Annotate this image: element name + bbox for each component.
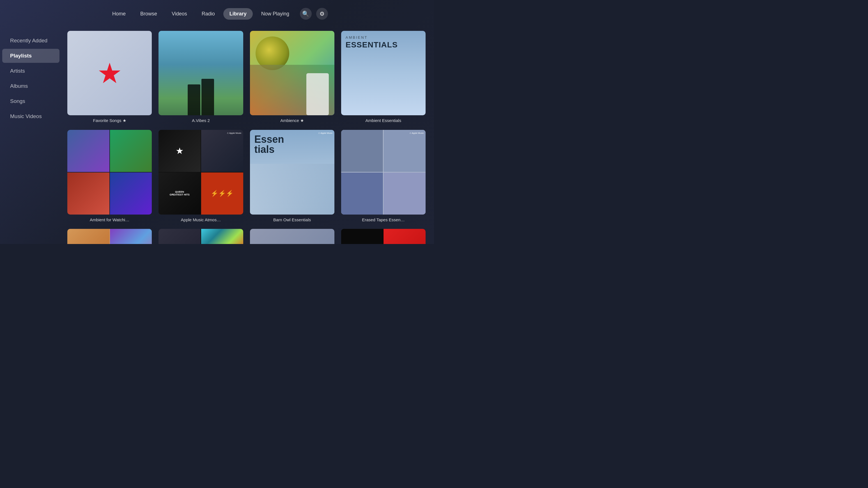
sidebar-item-artists[interactable]: Artists [2, 64, 60, 78]
playlist-card-harry[interactable]: ★ [67, 229, 152, 244]
artwork-atmos: ♫ Apple Music ★ QUEENGREATEST HITS ⚡⚡⚡ [158, 130, 243, 214]
playlist-row-3: ★ ♪ [67, 229, 426, 244]
artwork-ambient-watching [67, 130, 152, 214]
apple-music-logo-icon: ♫ [227, 132, 229, 134]
artwork-barn-owl: ♫ Apple Music Essentials [250, 130, 334, 214]
barn-owl-figure [250, 164, 334, 215]
nav-home[interactable]: Home [106, 8, 132, 20]
barn-owl-logo-icon: ♫ [318, 132, 320, 134]
barn-owl-apple-text: Apple Music [320, 132, 333, 134]
nav-now-playing[interactable]: Now Playing [255, 8, 296, 20]
erased-apple-badge: ♫ Apple Music [409, 132, 424, 134]
nav-radio[interactable]: Radio [195, 8, 221, 20]
artwork-ambience [250, 31, 334, 115]
artwork-erased-tapes: ♫ Apple Music [341, 130, 426, 214]
playlist-card-favorite-songs[interactable]: ★ Favorite Songs ★ [67, 31, 152, 123]
nav-browse[interactable]: Browse [134, 8, 163, 20]
main-content: Recently Added Playlists Artists Albums … [0, 28, 434, 244]
settings-icon[interactable]: ⚙ [316, 8, 328, 20]
playlist-label-ambience: Ambience ★ [250, 118, 334, 123]
sidebar: Recently Added Playlists Artists Albums … [0, 28, 62, 244]
playlist-label-avibes2: A.Vibes 2 [158, 118, 243, 123]
sidebar-item-playlists[interactable]: Playlists [2, 49, 60, 63]
playlist-grid: ★ Favorite Songs ★ A.Vibes 2 [62, 28, 434, 244]
dark-tr: ✦ [383, 229, 426, 244]
playlist-card-ambience[interactable]: Ambience ★ [250, 31, 334, 123]
harry-tl: ★ [67, 229, 110, 244]
mosaic-cell-1 [67, 130, 110, 172]
barn-owl-essentials-text: Essentials [254, 134, 284, 155]
apple-music-badge: ♫ Apple Music [227, 132, 241, 134]
playlist-card-shawn[interactable] [158, 229, 243, 244]
playlist-card-ambient-watching[interactable]: Ambient for Watchi… [67, 130, 152, 222]
erased-cell-1 [341, 130, 383, 172]
sidebar-item-albums[interactable]: Albums [2, 79, 60, 93]
nav-videos[interactable]: Videos [165, 8, 193, 20]
artwork-music-note: ♪ [250, 229, 334, 244]
erased-cell-3 [341, 172, 383, 215]
nav-bar: Home Browse Videos Radio Library Now Pla… [0, 8, 434, 20]
playlist-label-atmos: Apple Music Atmos… [158, 217, 243, 222]
playlist-label-barn-owl: Barn Owl Essentials [250, 217, 334, 222]
playlist-card-avibes2[interactable]: A.Vibes 2 [158, 31, 243, 123]
shawn-tl [158, 229, 200, 244]
erased-cell-4 [383, 172, 426, 215]
sidebar-item-songs[interactable]: Songs [2, 94, 60, 108]
artwork-harry: ★ [67, 229, 152, 244]
artwork-dark-collage: ✦ [341, 229, 426, 244]
dark-tl [341, 229, 383, 244]
playlist-card-erased-tapes[interactable]: ♫ Apple Music Erased Tapes Essen… [341, 130, 426, 222]
playlist-row-1: ★ Favorite Songs ★ A.Vibes 2 [67, 31, 426, 123]
avibes-figures [188, 79, 214, 115]
playlist-card-barn-owl[interactable]: ♫ Apple Music Essentials Barn Owl Essent… [250, 130, 334, 222]
favorite-star-icon: ★ [97, 59, 122, 87]
atmos-br: ⚡⚡⚡ [201, 172, 243, 215]
atmos-star-icon: ★ [176, 145, 184, 156]
playlist-label-erased-tapes: Erased Tapes Essen… [341, 217, 426, 222]
playlist-label-ambient-essentials: Ambient Essentials [341, 118, 426, 123]
nav-library[interactable]: Library [223, 8, 253, 20]
artwork-avibes2 [158, 31, 243, 115]
mosaic-cell-4 [110, 172, 152, 215]
sidebar-item-recently-added[interactable]: Recently Added [2, 34, 60, 48]
ambience-figure [306, 73, 329, 115]
apple-music-text: Apple Music [229, 132, 242, 134]
erased-cell-2 [383, 130, 426, 172]
essentials-sub-label: AMBIENT [346, 35, 368, 39]
playlist-card-ambient-essentials[interactable]: AMBIENT ESSENTIALS Ambient Essentials [341, 31, 426, 123]
harry-tr [110, 229, 152, 244]
playlist-card-music-note[interactable]: ♪ [250, 229, 334, 244]
playlist-label-favorite-songs: Favorite Songs ★ [67, 118, 152, 123]
sidebar-item-music-videos[interactable]: Music Videos [2, 109, 60, 123]
atmos-queen-text: QUEENGREATEST HITS [169, 191, 189, 196]
erased-apple-text: Apple Music [411, 132, 424, 134]
artwork-ambient-essentials: AMBIENT ESSENTIALS [341, 31, 426, 115]
mosaic-cell-2 [110, 130, 152, 172]
playlist-card-apple-music-atmos[interactable]: ♫ Apple Music ★ QUEENGREATEST HITS ⚡⚡⚡ A… [158, 130, 243, 222]
shawn-tr [201, 229, 243, 244]
erased-logo-icon: ♫ [409, 132, 411, 134]
playlist-card-dark-collage[interactable]: ✦ [341, 229, 426, 244]
essentials-main-label: ESSENTIALS [346, 41, 398, 50]
atmos-bl: QUEENGREATEST HITS [158, 172, 200, 215]
artwork-shawn [158, 229, 243, 244]
barn-owl-apple-badge: ♫ Apple Music [318, 132, 333, 134]
search-icon[interactable]: 🔍 [300, 8, 312, 20]
atmos-tr [201, 130, 243, 172]
atmos-symbols-icon: ⚡⚡⚡ [211, 190, 234, 197]
atmos-tl: ★ [158, 130, 200, 172]
artwork-favorite-songs: ★ [67, 31, 152, 115]
mosaic-cell-3 [67, 172, 110, 215]
playlist-label-ambient-watching: Ambient for Watchi… [67, 217, 152, 222]
playlist-row-2: Ambient for Watchi… ♫ Apple Music ★ QUEE… [67, 130, 426, 222]
